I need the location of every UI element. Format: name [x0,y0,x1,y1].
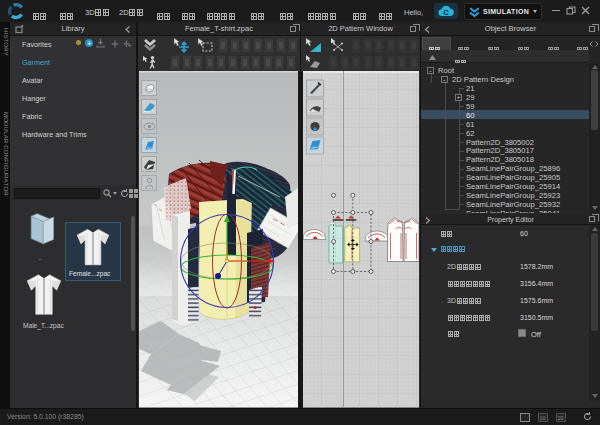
svg-text:C: C [443,7,449,16]
